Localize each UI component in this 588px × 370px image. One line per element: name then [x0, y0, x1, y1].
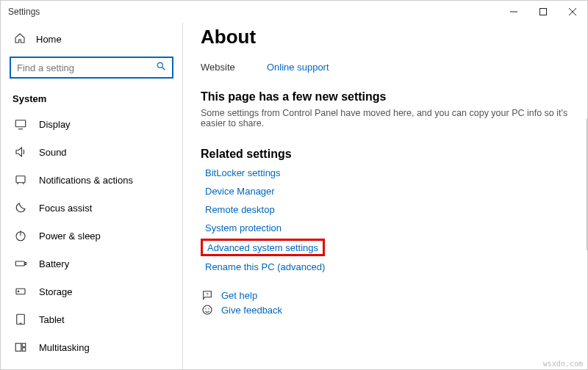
sidebar-item-label: Notifications & actions [39, 175, 133, 186]
website-row: Website Online support [201, 62, 587, 73]
svg-rect-11 [15, 261, 24, 266]
battery-icon [14, 257, 27, 270]
tablet-icon [14, 313, 27, 326]
svg-line-5 [162, 68, 165, 70]
sidebar-item-label: Multitasking [39, 342, 90, 353]
window-title: Settings [8, 7, 40, 17]
get-help-icon: ? [201, 289, 214, 301]
sidebar-nav: Display Sound Notifications & actions [1, 110, 182, 369]
storage-icon [14, 285, 27, 298]
link-remote-desktop[interactable]: Remote desktop [201, 202, 279, 217]
link-bitlocker-settings[interactable]: BitLocker settings [201, 165, 285, 181]
search-container [10, 57, 173, 79]
power-icon [14, 229, 27, 242]
svg-rect-1 [540, 9, 547, 15]
sidebar-item-display[interactable]: Display [1, 110, 182, 138]
related-settings-heading: Related settings [201, 148, 587, 161]
give-feedback-row[interactable]: Give feedback [201, 304, 587, 316]
search-box[interactable] [10, 57, 173, 79]
multitasking-icon [14, 341, 27, 354]
sidebar-item-label: Tablet [39, 314, 65, 325]
sidebar-item-label: Power & sleep [39, 231, 101, 242]
svg-rect-17 [15, 344, 21, 352]
svg-rect-6 [15, 120, 26, 127]
home-button[interactable]: Home [1, 26, 182, 52]
sound-icon [14, 145, 27, 159]
svg-text:?: ? [206, 292, 209, 297]
focus-assist-icon [14, 201, 27, 214]
sidebar-item-battery[interactable]: Battery [1, 250, 182, 278]
link-device-manager[interactable]: Device Manager [201, 184, 279, 199]
link-rename-this-pc[interactable]: Rename this PC (advanced) [201, 259, 329, 275]
home-label: Home [36, 34, 62, 45]
online-support-link[interactable]: Online support [267, 62, 329, 73]
website-label: Website [201, 62, 267, 73]
give-feedback-link[interactable]: Give feedback [221, 305, 282, 316]
svg-point-22 [205, 308, 206, 309]
svg-rect-12 [25, 263, 26, 265]
sidebar-item-label: Sound [39, 147, 67, 158]
link-advanced-system-settings[interactable]: Advanced system settings [203, 240, 323, 255]
page-title: About [201, 26, 587, 48]
sidebar-group-system: System [1, 89, 182, 110]
new-settings-description: Some settings from Control Panel have mo… [201, 108, 587, 128]
main-content: About Website Online support This page h… [183, 23, 587, 369]
sidebar-item-label: Display [39, 119, 71, 130]
sidebar-item-focus-assist[interactable]: Focus assist [1, 194, 182, 222]
sidebar-item-label: Battery [39, 258, 69, 269]
svg-rect-18 [22, 344, 26, 347]
sidebar-item-notifications[interactable]: Notifications & actions [1, 166, 182, 194]
new-settings-heading: This page has a few new settings [201, 90, 587, 104]
maximize-button[interactable] [528, 1, 558, 23]
watermark: wsxdn.com [543, 360, 583, 368]
sidebar-item-sound[interactable]: Sound [1, 138, 182, 166]
svg-rect-19 [22, 348, 26, 352]
link-system-protection[interactable]: System protection [201, 220, 286, 236]
sidebar-item-label: Storage [39, 286, 73, 297]
highlight-advanced-system-settings: Advanced system settings [201, 239, 325, 256]
svg-point-4 [157, 62, 162, 68]
svg-point-14 [18, 291, 19, 292]
help-section: ? Get help Give feedback [201, 289, 587, 316]
title-bar: Settings [1, 1, 587, 23]
settings-window: Settings Home [0, 0, 588, 370]
close-button[interactable] [558, 1, 587, 23]
display-icon [14, 117, 27, 131]
svg-rect-8 [16, 176, 25, 183]
home-icon [14, 32, 26, 46]
svg-point-21 [203, 305, 212, 314]
feedback-icon [201, 304, 214, 316]
svg-point-23 [208, 308, 209, 309]
get-help-row[interactable]: ? Get help [201, 289, 587, 301]
search-icon [156, 61, 166, 74]
minimize-button[interactable] [499, 1, 528, 23]
sidebar: Home System Display [1, 23, 183, 369]
sidebar-item-label: Focus assist [39, 203, 92, 214]
notifications-icon [14, 173, 27, 186]
scrollbar-thumb[interactable] [587, 118, 587, 250]
related-links: BitLocker settings Device Manager Remote… [201, 165, 587, 275]
sidebar-item-multitasking[interactable]: Multitasking [1, 333, 182, 361]
search-input[interactable] [17, 62, 156, 73]
sidebar-item-tablet[interactable]: Tablet [1, 305, 182, 333]
window-body: Home System Display [1, 23, 587, 369]
sidebar-item-storage[interactable]: Storage [1, 278, 182, 305]
sidebar-item-power-sleep[interactable]: Power & sleep [1, 222, 182, 250]
get-help-link[interactable]: Get help [221, 290, 257, 301]
